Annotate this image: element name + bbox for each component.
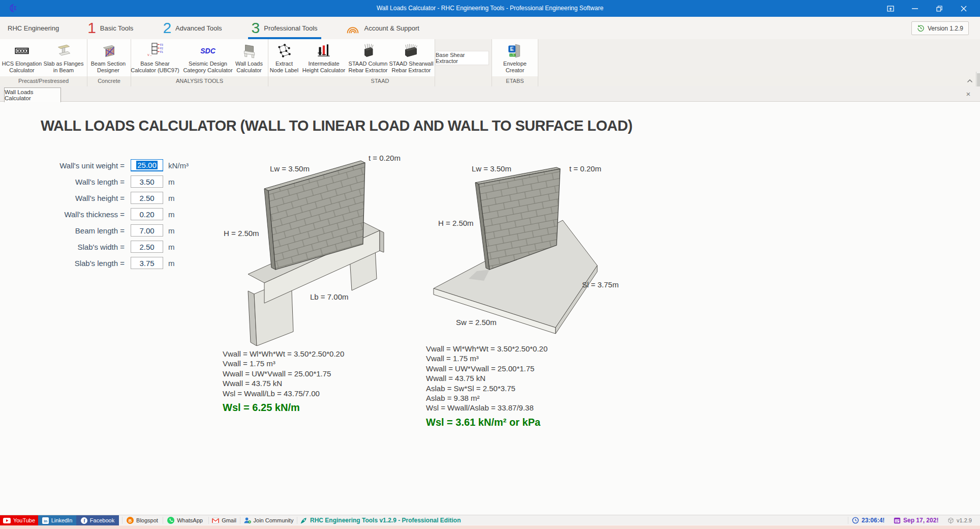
restore-button[interactable]: [927, 0, 952, 17]
staad-column-icon: [359, 42, 377, 60]
tab-number: 3: [252, 20, 260, 36]
ribbon-button-base-shear-calculator[interactable]: F3 F2 F1 V→ Base Shear Calculator (UBC97…: [130, 40, 180, 76]
field-label-beam-length: Beam length =: [41, 226, 125, 235]
ribbon-button-slab-as-flanges[interactable]: Slab as Flanges in Beam: [41, 40, 86, 76]
slab-flanges-icon: [55, 42, 72, 60]
ribbon-tab-bar: RHC Engineering 1 Basic Tools 2 Advanced…: [0, 17, 980, 39]
status-bar: YouTube in LinkedIn f Facebook B Blogspo…: [0, 515, 980, 525]
calc-line: Wsl = Wwall/Aslab = 33.87/9.38: [426, 403, 547, 413]
dim-label-slab-width: Sw = 2.50m: [456, 318, 497, 327]
wall-height-input[interactable]: [131, 192, 163, 204]
ribbon-button-staad-column-rebar[interactable]: STAAD Column Rebar Extractor: [346, 40, 390, 76]
main-content: WALL LOADS CALCULATOR (WALL TO LINEAR LO…: [0, 102, 980, 515]
diagram-wall-on-slab: Lw = 3.50m t = 0.20m H = 2.50m Sl = 3.75…: [427, 150, 630, 343]
status-version: v1.2.9: [947, 515, 977, 525]
field-unit: m: [168, 194, 175, 202]
join-community-link[interactable]: Join Community: [242, 515, 295, 525]
ribbon-button-staad-shearwall-rebar[interactable]: STAAD Shearwall Rebar Extractor: [388, 40, 434, 76]
blogspot-link[interactable]: B Blogspot: [124, 515, 161, 525]
youtube-link[interactable]: YouTube: [0, 515, 38, 525]
group-label-concrete: Concrete: [87, 78, 131, 84]
app-brand-status: RHC Engineering Tools v1.2.9 - Professio…: [300, 515, 483, 525]
wall-length-input[interactable]: [131, 175, 163, 188]
collapse-ribbon-button[interactable]: [965, 76, 975, 85]
calendar-icon: [894, 517, 901, 524]
tab-number: 2: [163, 20, 171, 36]
group-label-analysis-tools: ANALYSIS TOOLS: [131, 78, 268, 84]
surface-load-result: Wsl = 3.61 kN/m² or kPa: [426, 418, 547, 427]
document-tab-bar: Wall Loads Calculator ×: [0, 86, 980, 102]
calc-line: Aslab = Sw*Sl = 2.50*3.75: [426, 384, 547, 393]
ribbon-button-seismic-design-category[interactable]: SDC Seismic Design Category Calculator: [179, 40, 236, 76]
field-label-wall-length: Wall's length =: [41, 178, 125, 186]
extract-node-icon: [275, 42, 293, 60]
group-label-staad: STAAD: [268, 78, 492, 84]
document-tab-label: Wall Loads Calculator: [5, 89, 60, 101]
envelope-creator-icon: E LCE: [506, 42, 524, 60]
beam-length-input[interactable]: [131, 224, 163, 237]
close-document-tab-icon[interactable]: ×: [964, 90, 973, 99]
dim-label-wall-height: H = 2.50m: [224, 229, 259, 238]
blogspot-icon: B: [127, 517, 134, 524]
version-button[interactable]: Version 1.2.9: [911, 21, 969, 35]
linkedin-icon: in: [42, 517, 49, 524]
app-window: Wall Loads Calculator - RHC Engineering …: [0, 0, 980, 529]
dim-label-wall-length: Lw = 3.50m: [472, 164, 511, 173]
fingerprint-icon: [345, 21, 360, 35]
unit-weight-input[interactable]: 25.00: [131, 159, 163, 171]
facebook-link[interactable]: f Facebook: [76, 515, 119, 525]
bottom-strip: [0, 525, 980, 529]
youtube-icon: [3, 518, 11, 523]
beam-section-designer-icon: [100, 42, 117, 60]
wall-loads-icon: [240, 42, 258, 60]
svg-text:E: E: [510, 46, 514, 52]
ribbon-button-beam-section-designer[interactable]: Beam Section Designer: [88, 40, 129, 76]
ribbon-button-hcs-elongation-calculator[interactable]: HCS Elongation Calculator: [1, 40, 43, 76]
ribbon-button-base-shear-extractor[interactable]: Base Shear Extractor: [435, 51, 489, 65]
ribbon-button-wall-loads-calculator[interactable]: Wall Loads Calculator: [231, 40, 267, 76]
field-label-unit-weight: Wall's unit weight =: [41, 161, 125, 170]
dim-label-wall-height: H = 2.50m: [438, 219, 474, 227]
package-icon: [947, 517, 954, 524]
tab-advanced-tools[interactable]: 2 Advanced Tools: [155, 17, 229, 39]
gmail-link[interactable]: Gmail: [210, 515, 238, 525]
svg-text:LCE: LCE: [510, 54, 515, 56]
svg-text:F1: F1: [160, 50, 163, 53]
svg-text:F2: F2: [160, 47, 163, 50]
slab-length-input[interactable]: [131, 257, 163, 269]
dim-label-thickness: t = 0.20m: [369, 154, 401, 162]
calc-line: Vwall = Wl*Wh*Wt = 3.50*2.50*0.20: [426, 344, 547, 354]
calc-line: Wwall = UW*Vwall = 25.00*1.75: [223, 369, 344, 378]
field-unit: kN/m³: [168, 161, 189, 170]
tab-rhc-engineering[interactable]: RHC Engineering: [0, 17, 67, 39]
calc-line: Vwall = Wl*Wh*Wt = 3.50*2.50*0.20: [223, 349, 344, 359]
svg-text:SDC: SDC: [200, 47, 216, 55]
surface-load-calculation: Vwall = Wl*Wh*Wt = 3.50*2.50*0.20 Vwall …: [426, 344, 547, 427]
ribbon: Precast/Prestressed Concrete ANALYSIS TO…: [0, 39, 980, 86]
minimize-button[interactable]: [903, 0, 927, 17]
diagram-wall-on-beam: t = 0.20m Lw = 3.50m H = 2.50m Lb = 7.00…: [216, 148, 409, 346]
wall-thickness-input[interactable]: [131, 208, 163, 220]
pin-window-button[interactable]: [878, 0, 903, 17]
whatsapp-link[interactable]: WhatsApp: [165, 515, 205, 525]
svg-text:in: in: [44, 518, 47, 523]
base-shear-calculator-icon: F3 F2 F1 V→: [146, 42, 164, 60]
calc-line: Aslab = 9.38 m²: [426, 393, 547, 403]
window-title: Wall Loads Calculator - RHC Engineering …: [0, 0, 980, 17]
document-tab-wall-loads-calculator[interactable]: Wall Loads Calculator: [4, 87, 61, 102]
field-unit: m: [168, 210, 175, 219]
group-label-precast: Precast/Prestressed: [0, 78, 87, 84]
chevron-up-icon: [967, 79, 973, 83]
ribbon-button-extract-node-label[interactable]: Extract Node Label: [268, 40, 300, 76]
linkedin-link[interactable]: in LinkedIn: [38, 515, 76, 525]
tab-basic-tools[interactable]: 1 Basic Tools: [80, 17, 141, 39]
tab-account-support[interactable]: Account & Support: [338, 17, 427, 39]
tab-label: Advanced Tools: [175, 24, 222, 32]
window-controls: [878, 0, 976, 17]
slab-width-input[interactable]: [131, 241, 163, 253]
tab-professional-tools[interactable]: 3 Professional Tools: [244, 17, 325, 39]
ribbon-button-envelope-creator[interactable]: E LCE Envelope Creator: [496, 40, 534, 76]
dim-label-wall-length: Lw = 3.50m: [270, 164, 310, 173]
close-button[interactable]: [952, 0, 976, 17]
ribbon-button-intermediate-height[interactable]: Intermediate Height Calculator: [301, 40, 347, 76]
